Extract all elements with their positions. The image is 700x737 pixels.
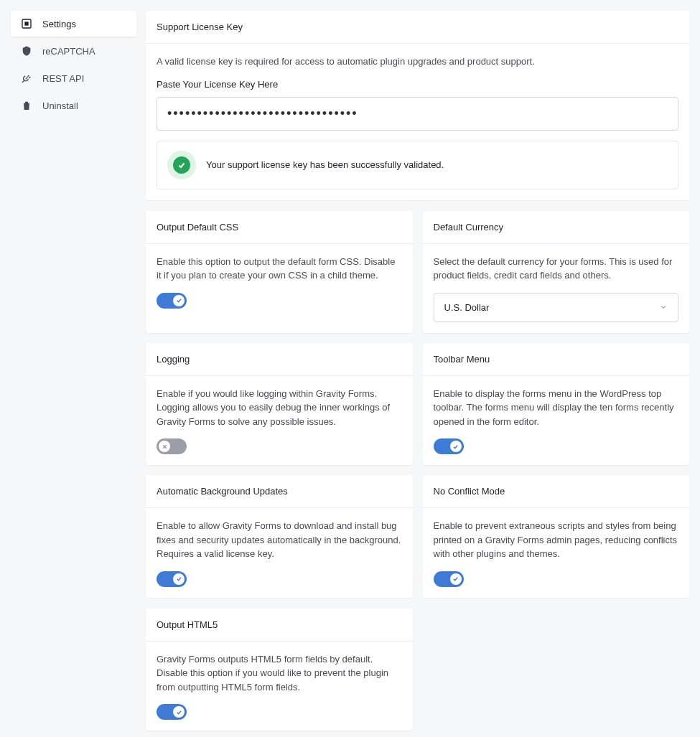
sidebar: Settings reCAPTCHA REST API Uninstall [11, 11, 136, 737]
currency-desc: Select the default currency for your for… [434, 255, 679, 283]
sidebar-item-restapi[interactable]: REST API [11, 65, 136, 91]
output-css-header: Output Default CSS [146, 211, 413, 244]
updates-toggle[interactable] [157, 571, 187, 587]
sidebar-item-recaptcha[interactable]: reCAPTCHA [11, 38, 136, 64]
html5-card: Output HTML5 Gravity Forms outputs HTML5… [146, 609, 413, 731]
logging-card: Logging Enable if you would like logging… [146, 343, 413, 466]
noconflict-header: No Conflict Mode [423, 475, 690, 508]
license-card: Support License Key A valid license key … [146, 11, 689, 200]
license-success-alert: Your support license key has been succes… [157, 141, 678, 189]
settings-icon [21, 18, 32, 29]
logging-header: Logging [146, 343, 413, 376]
logging-desc: Enable if you would like logging within … [157, 387, 402, 429]
html5-desc: Gravity Forms outputs HTML5 form fields … [157, 652, 402, 695]
check-icon [173, 573, 185, 585]
plug-icon [21, 72, 32, 84]
currency-selected: U.S. Dollar [444, 302, 490, 313]
toolbar-header: Toolbar Menu [423, 343, 690, 376]
noconflict-toggle[interactable] [434, 571, 464, 587]
toolbar-desc: Enable to display the forms menu in the … [434, 387, 679, 429]
main-content: Support License Key A valid license key … [146, 11, 689, 737]
license-desc: A valid license key is required for acce… [157, 55, 678, 69]
license-success-text: Your support license key has been succes… [206, 159, 444, 170]
sidebar-item-settings[interactable]: Settings [11, 11, 136, 37]
sidebar-item-label: Settings [42, 19, 76, 29]
license-input[interactable] [157, 97, 678, 131]
sidebar-item-label: Uninstall [42, 100, 78, 111]
check-icon [450, 573, 462, 585]
updates-desc: Enable to allow Gravity Forms to downloa… [157, 519, 402, 561]
check-icon [450, 441, 462, 452]
toolbar-card: Toolbar Menu Enable to display the forms… [423, 343, 690, 466]
toolbar-toggle[interactable] [434, 438, 464, 454]
noconflict-card: No Conflict Mode Enable to prevent extra… [423, 475, 690, 598]
check-circle-icon [173, 156, 190, 174]
currency-card: Default Currency Select the default curr… [423, 211, 690, 333]
logging-toggle[interactable] [157, 438, 187, 454]
html5-toggle[interactable] [157, 704, 187, 720]
x-icon [159, 441, 170, 452]
sidebar-item-label: reCAPTCHA [42, 46, 95, 57]
currency-select[interactable]: U.S. Dollar [434, 293, 679, 322]
shield-icon [21, 45, 32, 57]
output-css-desc: Enable this option to output the default… [157, 255, 402, 283]
check-icon [173, 706, 185, 718]
updates-card: Automatic Background Updates Enable to a… [146, 475, 413, 598]
output-css-toggle[interactable] [157, 293, 187, 309]
trash-icon [21, 100, 32, 111]
sidebar-item-label: REST API [42, 73, 84, 84]
license-header: Support License Key [146, 11, 689, 44]
output-css-card: Output Default CSS Enable this option to… [146, 211, 413, 333]
updates-header: Automatic Background Updates [146, 475, 413, 508]
license-label: Paste Your License Key Here [157, 79, 678, 90]
svg-rect-1 [24, 22, 28, 25]
success-badge [167, 151, 196, 179]
currency-header: Default Currency [423, 211, 690, 244]
chevron-down-icon [659, 303, 668, 311]
check-icon [173, 295, 185, 306]
html5-header: Output HTML5 [146, 609, 413, 642]
sidebar-item-uninstall[interactable]: Uninstall [11, 93, 136, 118]
noconflict-desc: Enable to prevent extraneous scripts and… [434, 519, 679, 561]
